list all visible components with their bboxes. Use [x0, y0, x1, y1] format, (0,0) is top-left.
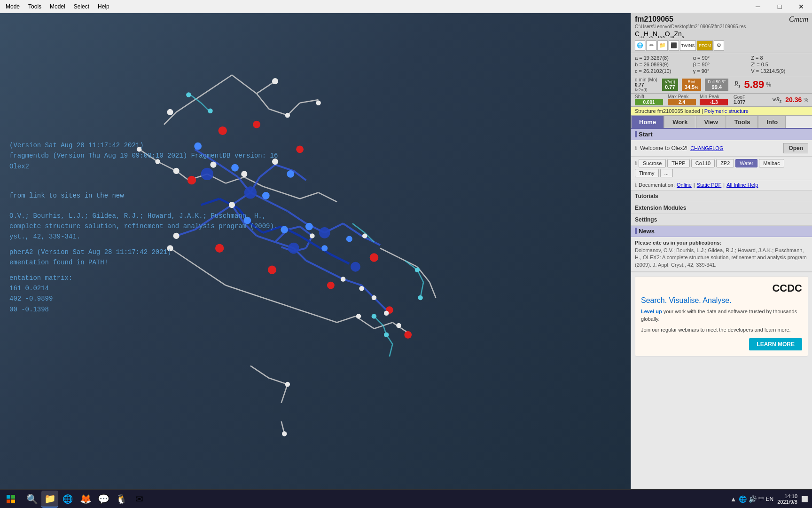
ccdc-tagline: Search. Visualise. Analyse.	[641, 296, 802, 305]
menu-help[interactable]: Help	[94, 2, 113, 11]
minpeak-value: -1.3	[700, 99, 728, 105]
svg-rect-152	[11, 500, 15, 503]
extension-header[interactable]: Extension Modules	[631, 202, 812, 214]
volume-icon[interactable]: 🔊	[749, 495, 757, 503]
rint-label: Rint	[688, 79, 695, 84]
svg-point-125	[229, 202, 235, 208]
title-row: fm2109065 Cmcm	[635, 15, 808, 24]
qa-more[interactable]: ...	[660, 169, 673, 177]
show-desktop-icon[interactable]: ⬜	[801, 496, 808, 502]
folder-icon[interactable]: 📁	[657, 40, 668, 51]
qa-sucrose[interactable]: Sucrose	[639, 159, 666, 167]
taskbar-browser-icon[interactable]: 🦊	[77, 491, 94, 508]
taskbar-search-icon[interactable]: 🔍	[23, 491, 40, 508]
svg-line-18	[281, 192, 300, 198]
box-icon[interactable]: ⬛	[669, 40, 679, 51]
doc-static-link[interactable]: Static PDF	[697, 182, 722, 188]
rint-value: 34.5%	[685, 84, 698, 90]
news-cite-body: Dolomanov, O.V.; Bourhis, L.J.; Gildea, …	[635, 247, 808, 269]
doc-all-link[interactable]: All Inline Help	[726, 182, 758, 188]
qa-zp2[interactable]: ZP2	[716, 159, 734, 167]
network-icon[interactable]: 🌐	[739, 495, 747, 503]
polymeric-link[interactable]: Polymeric structure	[704, 108, 749, 114]
news-header[interactable]: News	[631, 226, 812, 237]
svg-line-57	[260, 165, 275, 177]
menu-select[interactable]: Select	[70, 2, 93, 11]
qa-water[interactable]: Water	[735, 159, 757, 167]
tab-home[interactable]: Home	[631, 116, 664, 128]
start-button[interactable]	[0, 490, 22, 508]
svg-point-129	[372, 295, 377, 301]
clock[interactable]: 14:10 2021/9/8	[777, 493, 797, 505]
svg-line-38	[250, 366, 269, 378]
doc-sep1: |	[694, 182, 695, 188]
svg-point-116	[173, 168, 180, 174]
menu-tools[interactable]: Tools	[24, 2, 45, 11]
taskbar-wechat-icon[interactable]: 💬	[95, 491, 112, 508]
tab-work[interactable]: Work	[664, 116, 695, 128]
qa-thpp[interactable]: THPP	[667, 159, 689, 167]
svg-line-62	[257, 236, 275, 242]
panel-header: fm2109065 Cmcm C:\Users\Lenovo\Desktop\f…	[631, 13, 812, 53]
start-section-header[interactable]: Start	[631, 129, 812, 140]
learn-more-button[interactable]: LEARN MORE	[749, 338, 802, 350]
svg-point-110	[243, 217, 251, 224]
web-icon[interactable]: 🌐	[635, 40, 645, 51]
clock-time: 14:10	[777, 493, 797, 499]
svg-point-119	[272, 159, 278, 165]
content-area[interactable]: Start ℹ Welcome to Olex2! CHANGELOG Open…	[631, 129, 812, 508]
svg-point-114	[346, 236, 352, 242]
tutorials-header[interactable]: Tutorials	[631, 190, 812, 202]
main-layout: (Version Sat Aug 28 11:17:42 2021) fragm…	[0, 13, 812, 508]
welcome-row: ℹ Welcome to Olex2! CHANGELOG Open	[631, 140, 812, 157]
taskbar-chrome-icon[interactable]: 🌐	[59, 491, 76, 508]
qa-malbac[interactable]: Malbac	[759, 159, 784, 167]
tray-arrow-icon[interactable]: ▲	[730, 495, 737, 503]
changelog-link[interactable]: CHANGELOG	[690, 145, 723, 151]
svg-point-134	[167, 245, 173, 251]
qa-co110[interactable]: Co110	[691, 159, 715, 167]
tab-view[interactable]: View	[696, 116, 726, 128]
right-panel: fm2109065 Cmcm C:\Users\Lenovo\Desktop\f…	[631, 13, 812, 508]
svg-line-0	[232, 75, 257, 94]
twins-button[interactable]: TWINS	[680, 40, 696, 51]
svg-point-106	[194, 143, 202, 150]
svg-point-141	[319, 227, 330, 238]
svg-point-102	[327, 282, 335, 289]
ccdc-logo: CCDC	[641, 282, 802, 294]
goof-label: GooF	[734, 95, 757, 100]
edit-icon[interactable]: ✏	[646, 40, 656, 51]
titlebar: Mode Tools Model Select Help ─ □ ✕	[0, 0, 812, 13]
doc-online-link[interactable]: Online	[677, 182, 692, 188]
ime-icon[interactable]: 中	[758, 495, 764, 503]
viewer-panel[interactable]: (Version Sat Aug 28 11:17:42 2021) fragm…	[0, 13, 631, 508]
tutorials-label: Tutorials	[635, 193, 658, 199]
stat-c: c = 26.2102(10)	[635, 68, 692, 74]
tab-info[interactable]: Info	[758, 116, 786, 128]
settings-header[interactable]: Settings	[631, 214, 812, 225]
settings-label: Settings	[635, 216, 657, 223]
svg-point-96	[219, 127, 227, 135]
tab-tools[interactable]: Tools	[726, 116, 758, 128]
svg-line-24	[226, 286, 244, 292]
settings-icon[interactable]: ⚙	[714, 40, 724, 51]
minimize-button[interactable]: ─	[747, 0, 769, 13]
ptom-button[interactable]: PTOM	[697, 40, 713, 51]
svg-line-28	[300, 310, 318, 316]
svg-point-113	[321, 245, 328, 251]
menu-model[interactable]: Model	[46, 2, 69, 11]
svg-point-98	[253, 121, 260, 128]
stat-gamma: γ = 90°	[693, 68, 750, 74]
keyboard-icon[interactable]: EN	[766, 496, 774, 502]
taskbar-mail-icon[interactable]: ✉	[131, 491, 148, 508]
menu-mode[interactable]: Mode	[2, 2, 23, 11]
wr2-label: wR	[772, 96, 779, 103]
open-button[interactable]: Open	[783, 143, 808, 153]
svg-line-76	[201, 199, 219, 205]
taskbar-app5-icon[interactable]: 🐧	[113, 491, 130, 508]
close-button[interactable]: ✕	[790, 0, 812, 13]
extension-section: Extension Modules	[631, 202, 812, 214]
taskbar-files-icon[interactable]: 📁	[41, 491, 58, 508]
qa-timmy[interactable]: Timmy	[635, 169, 659, 177]
maximize-button[interactable]: □	[769, 0, 790, 13]
